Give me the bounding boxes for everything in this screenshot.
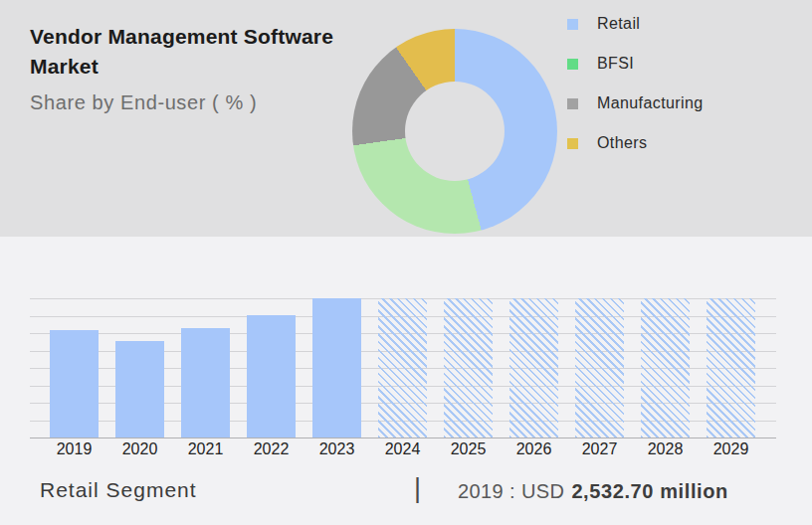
bar-2020 xyxy=(115,341,164,438)
bar-forecast-2026 xyxy=(509,298,558,438)
legend-label: Retail xyxy=(597,15,640,33)
bar-forecast-2027 xyxy=(575,298,624,438)
stat-annotation: 2019 : USD2,532.70 million xyxy=(458,480,728,503)
stat-prefix: 2019 : USD xyxy=(458,480,564,502)
separator-pipe: | xyxy=(414,473,421,504)
market-infographic: Vendor Management Software Market Share … xyxy=(0,0,812,525)
legend-label: BFSI xyxy=(597,55,634,73)
donut-hole xyxy=(405,82,505,181)
bar-forecast-2029 xyxy=(707,298,755,438)
legend-swatch-icon xyxy=(567,19,578,30)
legend-swatch-icon xyxy=(567,59,578,70)
x-tick-label-2023: 2023 xyxy=(319,440,355,458)
legend-swatch-icon xyxy=(567,98,578,109)
x-axis-line xyxy=(30,438,776,438)
legend-item-bfsi: BFSI xyxy=(567,52,634,76)
bar-chart-plot xyxy=(30,298,776,438)
legend-label: Others xyxy=(597,134,647,152)
x-tick-label-2020: 2020 xyxy=(122,440,158,458)
bar-forecast-2024 xyxy=(378,298,427,438)
legend-item-retail: Retail xyxy=(567,12,640,36)
x-tick-label-2028: 2028 xyxy=(648,440,684,458)
bar-2019 xyxy=(50,330,99,438)
legend-label: Manufacturing xyxy=(597,94,704,112)
stat-value: 2,532.70 million xyxy=(571,480,727,502)
donut-chart xyxy=(352,29,557,234)
x-tick-label-2026: 2026 xyxy=(516,440,552,458)
legend-item-others: Others xyxy=(567,131,647,155)
chart-panel: 2019202020212022202320242025202620272028… xyxy=(0,237,812,525)
x-tick-label-2027: 2027 xyxy=(582,440,618,458)
bar-2021 xyxy=(181,328,230,438)
x-tick-label-2025: 2025 xyxy=(451,440,487,458)
legend-item-manufacturing: Manufacturing xyxy=(567,91,704,115)
bar-forecast-2028 xyxy=(641,298,690,438)
header-panel: Vendor Management Software Market Share … xyxy=(0,0,812,237)
segment-label: Retail Segment xyxy=(40,478,197,502)
page-subtitle: Share by End-user ( % ) xyxy=(30,91,257,114)
bar-2022 xyxy=(247,315,296,438)
bar-2023 xyxy=(312,298,361,438)
page-title: Vendor Management Software Market xyxy=(30,22,376,82)
x-tick-label-2019: 2019 xyxy=(57,440,93,458)
x-tick-label-2022: 2022 xyxy=(254,440,290,458)
x-tick-label-2024: 2024 xyxy=(385,440,421,458)
legend-swatch-icon xyxy=(567,138,578,149)
x-tick-label-2021: 2021 xyxy=(188,440,224,458)
bar-forecast-2025 xyxy=(444,298,493,438)
x-tick-label-2029: 2029 xyxy=(713,440,749,458)
